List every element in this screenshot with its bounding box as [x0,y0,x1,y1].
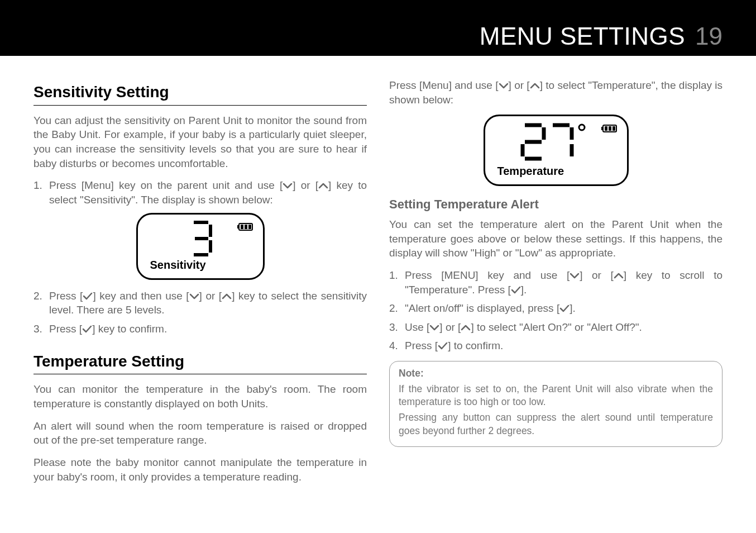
svg-rect-11 [601,127,603,130]
note-p1: If the vibrator is set to on, the Parent… [399,383,713,409]
sensitivity-intro: You can adjust the sensitivity on Parent… [34,113,367,171]
chevron-down-icon [499,79,509,87]
alert-step-1: Press [MENU] key and use [] or [] key to… [389,268,722,297]
page-number: 19 [695,22,722,50]
temp-p2: An alert will sound when the room temper… [34,419,367,448]
battery-icon [601,122,618,136]
chevron-down-icon [429,321,439,329]
lcd-temp-label: Temperature [497,164,564,179]
alert-step-2: "Alert on/off" is displayed, press []. [389,301,722,316]
svg-rect-13 [609,126,611,131]
temp-p3: Please note the baby monitor cannot mani… [34,455,367,484]
chevron-down-icon [189,289,199,297]
lcd-temperature: Temperature [484,115,629,186]
chevron-down-icon [570,269,580,277]
alert-step-3: Use [] or [] to select "Alert On?" or "A… [389,320,722,335]
right-column: Press [Menu] and use [] or [] to select … [389,78,722,492]
heading-temp-alert: Setting Temperature Alert [389,196,722,213]
check-icon [438,339,448,347]
note-box: Note: If the vibrator is set to on, the … [389,361,722,447]
svg-rect-2 [241,225,243,229]
note-title: Note: [399,367,713,380]
alert-intro: You can set the temperature alert on the… [389,217,722,260]
chevron-up-icon [318,179,328,187]
seven-seg-3 [184,219,217,258]
svg-rect-12 [605,126,607,131]
chevron-up-icon [461,321,471,329]
temp-p1: You can monitor the temperature in the b… [34,382,367,411]
heading-sensitivity: Sensitivity Setting [34,82,367,106]
chevron-up-icon [530,79,540,87]
temp-intro: Press [Menu] and use [] or [] to select … [389,78,722,107]
check-icon [511,283,521,291]
sens-step-1: Press [Menu] key on the parent unit and … [34,178,367,207]
chevron-down-icon [283,179,293,187]
svg-point-23 [579,125,585,130]
sens-step-3: Press [] key to confirm. [34,322,367,336]
header-title: MENU SETTINGS [480,22,685,50]
check-icon [82,322,92,330]
check-icon [559,302,570,310]
chevron-up-icon [614,269,624,277]
battery-icon [237,220,254,235]
lcd-sens-label: Sensitivity [150,258,206,273]
lcd-sensitivity: Sensitivity [136,213,265,280]
svg-rect-1 [237,225,239,229]
chevron-up-icon [222,289,232,297]
check-icon [83,289,93,297]
svg-rect-3 [245,225,247,229]
note-p2: Pressing any button can suppress the ale… [399,411,713,437]
heading-temperature: Temperature Setting [34,351,367,375]
seven-seg-27 [517,121,595,163]
svg-rect-4 [248,225,251,229]
alert-step-4: Press [] to confirm. [389,339,722,353]
header-bar: MENU SETTINGS 19 [0,0,756,56]
svg-rect-14 [613,126,615,131]
sens-step-2: Press [] key and then use [] or [] key t… [34,289,367,317]
left-column: Sensitivity Setting You can adjust the s… [34,78,367,492]
